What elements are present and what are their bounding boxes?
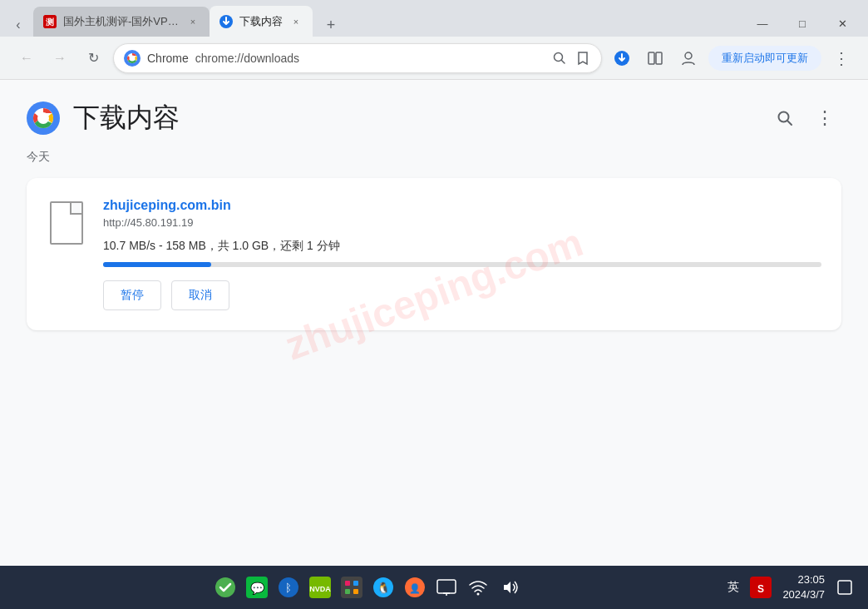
tab-active-favicon xyxy=(219,15,233,28)
more-options-icon[interactable]: ⋮ xyxy=(828,45,855,72)
window-controls: — □ ✕ xyxy=(743,10,861,37)
tab-inactive-title: 国外主机测评-国外VPS、国... xyxy=(63,14,180,29)
page-content: zhujiceping.com 下载内容 xyxy=(0,80,868,566)
taskbar-right: 英 S 23:05 2024/3/7 xyxy=(727,572,855,602)
section-label: 今天 xyxy=(27,150,841,165)
tab-inactive-favicon: 测 xyxy=(43,15,57,28)
taskbar-language[interactable]: 英 xyxy=(727,580,739,595)
svg-text:NVDA: NVDA xyxy=(309,585,331,593)
svg-text:S: S xyxy=(757,583,764,595)
tab-active-close[interactable]: × xyxy=(289,15,303,28)
svg-rect-8 xyxy=(649,52,654,64)
taskbar-icon-nvidia[interactable]: NVDA xyxy=(308,576,332,599)
taskbar: 💬 ᛒ NVDA xyxy=(0,566,868,609)
address-input[interactable]: Chrome chrome://downloads xyxy=(113,43,602,73)
file-shape xyxy=(50,201,83,245)
reload-button[interactable]: ↻ xyxy=(80,45,106,72)
address-search-icon[interactable] xyxy=(551,50,568,67)
svg-text:💬: 💬 xyxy=(249,582,264,596)
tab-actions: + xyxy=(319,13,343,37)
download-info: zhujiceping.com.bin http://45.80.191.19 … xyxy=(103,198,821,310)
download-filename[interactable]: zhujiceping.com.bin xyxy=(103,198,821,213)
svg-rect-23 xyxy=(345,581,350,586)
address-bar: ← → ↻ Chrome chrome://downloads xyxy=(0,37,868,80)
svg-text:ᛒ: ᛒ xyxy=(285,582,292,594)
taskbar-icon-wechat[interactable]: 💬 xyxy=(245,576,269,599)
tab-bar-left: ‹ xyxy=(7,13,30,37)
svg-rect-9 xyxy=(656,52,662,64)
taskbar-icon-qq1[interactable]: 🐧 xyxy=(372,576,395,599)
tab-inactive-close[interactable]: × xyxy=(186,15,200,28)
taskbar-icon-qq2[interactable]: 👤 xyxy=(403,576,427,599)
svg-point-13 xyxy=(37,112,49,124)
taskbar-clock[interactable]: 23:05 2024/3/7 xyxy=(782,572,825,602)
file-icon xyxy=(47,198,86,248)
tab-inactive[interactable]: 测 国外主机测评-国外VPS、国... × xyxy=(33,7,210,37)
download-card: zhujiceping.com.bin http://45.80.191.19 … xyxy=(27,178,841,330)
page-header-actions: ⋮ xyxy=(768,102,841,135)
svg-rect-24 xyxy=(353,581,358,586)
new-tab-button[interactable]: + xyxy=(319,13,343,37)
taskbar-icon-volume[interactable] xyxy=(498,576,521,599)
svg-point-34 xyxy=(476,593,479,596)
svg-text:🐧: 🐧 xyxy=(377,581,391,595)
more-downloads-button[interactable]: ⋮ xyxy=(808,102,841,135)
taskbar-icon-bluetooth[interactable]: ᛒ xyxy=(277,576,300,599)
chrome-brand-label: Chrome xyxy=(147,52,189,65)
svg-rect-25 xyxy=(345,589,350,594)
svg-rect-31 xyxy=(437,580,456,593)
svg-text:👤: 👤 xyxy=(409,582,421,594)
download-icon-btn[interactable] xyxy=(609,45,635,72)
browser-window: ‹ 测 国外主机测评-国外VPS、国... × 下载内容 xyxy=(0,0,868,609)
taskbar-icon-wifi[interactable] xyxy=(466,576,490,599)
download-section: 今天 zhujiceping.com.bin http://45.80.191.… xyxy=(0,150,868,330)
svg-rect-22 xyxy=(341,577,362,598)
taskbar-icon-grid[interactable] xyxy=(340,576,363,599)
back-button[interactable]: ← xyxy=(13,45,40,72)
page-title: 下载内容 xyxy=(73,100,180,136)
close-button[interactable]: ✕ xyxy=(823,10,861,37)
svg-point-15 xyxy=(215,577,235,597)
download-actions: 暂停 取消 xyxy=(103,280,821,310)
pause-button[interactable]: 暂停 xyxy=(103,280,161,310)
update-button[interactable]: 重新启动即可更新 xyxy=(708,46,821,71)
split-view-icon[interactable] xyxy=(642,45,668,72)
chrome-logo xyxy=(27,102,60,135)
tab-active[interactable]: 下载内容 × xyxy=(210,6,313,37)
profile-icon[interactable] xyxy=(675,45,702,72)
maximize-button[interactable]: □ xyxy=(783,10,821,37)
minimize-button[interactable]: — xyxy=(743,10,782,37)
download-url: http://45.80.191.19 xyxy=(103,216,821,229)
progress-bar-fill xyxy=(103,262,211,267)
chrome-brand-icon xyxy=(124,50,141,67)
svg-rect-37 xyxy=(838,581,851,594)
tab-back-arrow[interactable]: ‹ xyxy=(7,13,30,37)
svg-text:测: 测 xyxy=(46,17,54,27)
bookmark-icon[interactable] xyxy=(575,50,591,67)
progress-bar-container xyxy=(103,262,821,267)
tab-bar: ‹ 测 国外主机测评-国外VPS、国... × 下载内容 xyxy=(0,0,868,37)
search-downloads-button[interactable] xyxy=(768,102,801,135)
forward-button[interactable]: → xyxy=(47,45,73,72)
page-header: 下载内容 ⋮ xyxy=(0,80,868,150)
taskbar-notification[interactable] xyxy=(835,577,855,597)
svg-rect-26 xyxy=(353,589,358,594)
svg-point-10 xyxy=(685,52,692,59)
taskbar-icon-pc[interactable] xyxy=(435,576,458,599)
taskbar-icon-sogou[interactable]: S xyxy=(749,576,772,599)
download-status: 10.7 MB/s - 158 MB，共 1.0 GB，还剩 1 分钟 xyxy=(103,239,821,254)
address-url: chrome://downloads xyxy=(195,52,545,65)
svg-point-5 xyxy=(130,55,136,61)
cancel-button[interactable]: 取消 xyxy=(171,280,229,310)
tab-active-title: 下载内容 xyxy=(239,14,283,29)
taskbar-icons: 💬 ᛒ NVDA xyxy=(13,576,721,599)
taskbar-icon-check[interactable] xyxy=(214,576,237,599)
